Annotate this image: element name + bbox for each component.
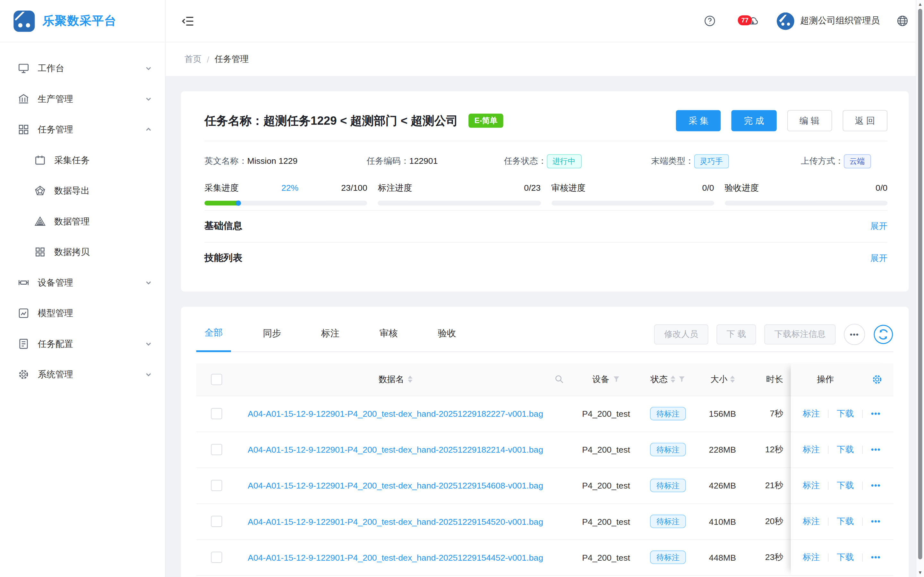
collect-button[interactable]: 采 集: [676, 110, 721, 131]
tab-annotate[interactable]: 标注: [313, 318, 347, 351]
more-row-actions[interactable]: •••: [871, 517, 881, 526]
search-icon[interactable]: [554, 374, 564, 384]
download-link[interactable]: 下载: [837, 444, 854, 455]
expand-link[interactable]: 展开: [871, 252, 887, 263]
sort-icon[interactable]: [408, 376, 413, 383]
sidebar-item-task-management[interactable]: 任务管理: [0, 114, 165, 145]
annotate-link[interactable]: 标注: [803, 480, 820, 491]
table-row: A04-A01-15-12-9-122901-P4_200_test-dex_h…: [196, 504, 893, 540]
sidebar-item-model-management[interactable]: 模型管理: [0, 298, 165, 329]
menu-fold-icon[interactable]: [181, 14, 195, 28]
row-actions: 标注 下载 •••: [791, 432, 893, 468]
expand-link[interactable]: 展开: [871, 221, 887, 232]
divider: [828, 446, 829, 454]
tab-all[interactable]: 全部: [196, 316, 231, 351]
sidebar-item-device-management[interactable]: 设备管理: [0, 268, 165, 298]
file-name-link[interactable]: A04-A01-15-12-9-122901-P4_200_test-dex_h…: [248, 517, 543, 526]
notification-badge: 77: [738, 15, 752, 25]
bank-icon: [18, 93, 29, 105]
row-checkbox[interactable]: [211, 444, 222, 455]
globe-icon[interactable]: [897, 15, 909, 27]
select-all-checkbox[interactable]: [211, 374, 222, 385]
column-name: 数据名: [379, 374, 404, 385]
row-checkbox[interactable]: [211, 480, 222, 491]
row-checkbox[interactable]: [211, 516, 222, 527]
file-name-link[interactable]: A04-A01-15-12-9-122901-P4_200_test-dex_h…: [248, 481, 543, 490]
help-icon[interactable]: [704, 15, 716, 27]
app-logo-icon: [13, 10, 35, 32]
field-label: 任务状态：: [504, 156, 546, 165]
document-icon: [18, 338, 29, 350]
scroll-up-arrow[interactable]: ▲: [916, 2, 924, 7]
annotate-link[interactable]: 标注: [803, 516, 820, 527]
ellipsis-icon: •••: [850, 330, 859, 338]
tab-sync[interactable]: 同步: [254, 318, 289, 351]
more-row-actions[interactable]: •••: [871, 409, 881, 418]
annotate-link[interactable]: 标注: [803, 444, 820, 455]
section-title: 技能列表: [204, 251, 242, 264]
file-name-link[interactable]: A04-A01-15-12-9-122901-P4_200_test-dex_h…: [248, 409, 543, 418]
duration-cell: 23秒: [746, 552, 783, 563]
duration-cell: 20秒: [746, 516, 783, 527]
column-settings-gear-icon[interactable]: [872, 374, 883, 385]
download-button[interactable]: 下 载: [716, 324, 756, 344]
vertical-scrollbar[interactable]: ▲ ▼: [916, 0, 924, 577]
edit-button[interactable]: 编 辑: [787, 110, 832, 131]
file-name-link[interactable]: A04-A01-15-12-9-122901-P4_200_test-dex_h…: [248, 553, 543, 562]
sidebar-item-workbench[interactable]: 工作台: [0, 53, 165, 84]
download-link[interactable]: 下载: [837, 516, 854, 527]
field-label: 上传方式：: [801, 156, 843, 165]
sidebar-item-collect-task[interactable]: 采集任务: [0, 145, 165, 176]
sidebar-item-data-export[interactable]: 数据导出: [0, 175, 165, 206]
sidebar-item-task-config[interactable]: 任务配置: [0, 329, 165, 359]
user-avatar[interactable]: [777, 12, 795, 30]
download-annotation-button[interactable]: 下载标注信息: [764, 324, 835, 344]
refresh-button[interactable]: [873, 324, 893, 344]
row-checkbox[interactable]: [211, 408, 222, 419]
divider: [862, 553, 863, 562]
annotate-link[interactable]: 标注: [803, 408, 820, 419]
more-row-actions[interactable]: •••: [871, 481, 881, 490]
device-cell: P4_200_test: [582, 445, 630, 454]
scroll-down-arrow[interactable]: ▼: [916, 570, 924, 575]
download-link[interactable]: 下载: [837, 480, 854, 491]
sidebar-item-data-management[interactable]: 数据管理: [0, 206, 165, 237]
more-actions-button[interactable]: •••: [844, 324, 865, 345]
complete-button[interactable]: 完 成: [732, 110, 776, 131]
row-checkbox[interactable]: [211, 552, 222, 563]
sidebar-item-system-management[interactable]: 系统管理: [0, 359, 165, 390]
row-actions: 标注 下载 •••: [791, 468, 893, 504]
more-row-actions[interactable]: •••: [871, 553, 881, 562]
modify-personnel-button[interactable]: 修改人员: [654, 324, 708, 344]
sidebar-menu: 工作台 生产管理 任务管理 采集任务 数据导出: [0, 42, 165, 390]
back-button[interactable]: 返 回: [843, 110, 887, 131]
user-name[interactable]: 超测公司组织管理员: [800, 15, 880, 27]
device-cell: P4_200_test: [582, 409, 630, 418]
divider: [862, 446, 863, 454]
tab-review[interactable]: 审核: [371, 318, 406, 351]
filter-icon[interactable]: [613, 376, 620, 383]
download-link[interactable]: 下载: [837, 552, 854, 563]
breadcrumb-separator: /: [207, 55, 209, 64]
sidebar-item-label: 生产管理: [38, 93, 73, 105]
sort-icon[interactable]: [670, 376, 675, 383]
download-link[interactable]: 下载: [837, 408, 854, 419]
divider: [862, 482, 863, 490]
scrollbar-thumb[interactable]: [918, 9, 922, 559]
annotate-link[interactable]: 标注: [803, 552, 820, 563]
sidebar-item-production[interactable]: 生产管理: [0, 84, 165, 114]
breadcrumb-home[interactable]: 首页: [184, 53, 202, 65]
tab-accept[interactable]: 验收: [430, 318, 464, 351]
sidebar-item-data-copy[interactable]: 数据拷贝: [0, 237, 165, 268]
duration-cell: 21秒: [746, 480, 783, 491]
duration-cell: 12秒: [746, 444, 783, 455]
file-name-link[interactable]: A04-A01-15-12-9-122901-P4_200_test-dex_h…: [248, 445, 543, 454]
section-title: 基础信息: [204, 220, 242, 232]
model-chart-icon: [18, 308, 29, 319]
more-row-actions[interactable]: •••: [871, 445, 881, 454]
sort-icon[interactable]: [730, 376, 735, 383]
sidebar-item-label: 工作台: [38, 63, 65, 74]
filter-icon[interactable]: [678, 376, 685, 383]
status-badge: 待标注: [650, 443, 686, 456]
divider: [828, 553, 829, 562]
